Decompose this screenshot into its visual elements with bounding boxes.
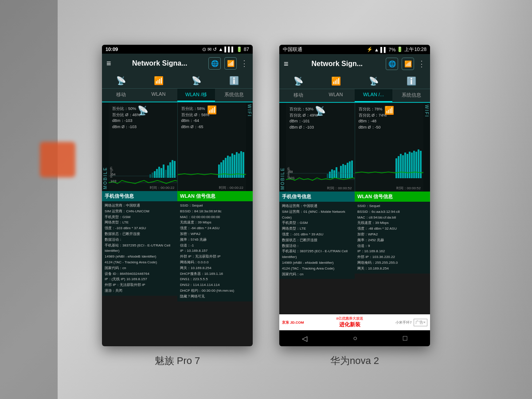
wifi-dbm: dBm：-64 bbox=[181, 118, 210, 124]
phone1-mobile-chart: 📡 百分比：50% 百分比 Ø：46% dBm：-103 dBm Ø：-103 bbox=[109, 102, 178, 191]
phone2-mobile-info-body: 网络运营商：中国联通 SIM 运营商：01 (MNC - Mobile Netw… bbox=[279, 202, 355, 279]
notification-icons: ⊙ ✉ ↺ bbox=[202, 47, 217, 52]
row-network-type: 网络类型：LTE bbox=[105, 220, 175, 226]
mobile-percent: 百分比：50% bbox=[112, 106, 141, 112]
ad-main-text[interactable]: 进化新装 bbox=[339, 321, 360, 329]
row-operator: 网络运营商：中国联通 bbox=[105, 203, 175, 209]
phone1-time: 10:09 bbox=[106, 47, 118, 52]
phone2-status-bar: 中国联通 ⚡ ▲ ▌▌ 7% 🔋 上午10:28 bbox=[279, 45, 430, 54]
p2row-cell: 手机基站：3837295 (ECI - E-UTRAN Cell Identif… bbox=[282, 249, 352, 260]
phone2-mobile-time: 时间：00:00:52 bbox=[327, 186, 352, 191]
p2wrow-ext-ip: 外部 IP：103.36.220.22 bbox=[357, 254, 427, 260]
bg-keyboard bbox=[452, 0, 532, 399]
phone1-info-sections: 手机信号信息 网络运营商：中国联通 SIM 运营商：CHN-UNICOM 手机类… bbox=[102, 191, 253, 346]
wrow-dns2: DNS2：114.114.114.114 bbox=[180, 282, 250, 288]
phone2-tab-wlan-mobile[interactable]: WLAN /... bbox=[355, 89, 392, 102]
phone2-header-icons: 🌐 📶 ⋮ bbox=[386, 58, 426, 70]
chart-val2: 103 bbox=[110, 179, 117, 183]
p2row-data-state: 数据状态：已断开连接 bbox=[282, 238, 352, 243]
ad-source: 京东 JD.COM bbox=[282, 320, 304, 325]
tab-icon-mobile[interactable]: 📡 bbox=[116, 76, 126, 86]
wrow-ext-ip: 外部 IP：无法获取外部 IP bbox=[180, 254, 250, 260]
phone1-wlan-info: WLAN 信号信息 SSID：Sequel BSSID：84:18:3a:06:… bbox=[177, 191, 253, 346]
tab2-icon-mobile-wifi[interactable]: 📡 bbox=[369, 76, 379, 86]
ad-content: 8亿优惠券大放送 进化新装 bbox=[336, 316, 363, 329]
p2row-operator: 网络运营商：中国联通 bbox=[282, 203, 352, 209]
battery-icon: 🔋 bbox=[236, 47, 243, 52]
phone1-wifi-time: 时间：00:00:22 bbox=[219, 185, 243, 190]
globe-icon-btn[interactable]: 🌐 bbox=[208, 57, 221, 70]
signal-icon-btn2[interactable]: 📶 bbox=[402, 58, 414, 70]
phone1-wlan-info-header: WLAN 信号信息 bbox=[177, 191, 253, 201]
phone1-mobile-info: 手机信号信息 网络运营商：中国联通 SIM 运营商：CHN-UNICOM 手机类… bbox=[102, 191, 177, 346]
phone1-tab-wlan[interactable]: WLAN bbox=[140, 89, 177, 102]
battery-level: 87 bbox=[244, 47, 249, 52]
phone2-tab-system[interactable]: 系统信息 bbox=[392, 89, 430, 102]
wrow-ip: IP：10.169.8.157 bbox=[180, 248, 250, 254]
home-btn[interactable]: ○ bbox=[353, 334, 357, 342]
wrow-mac: MAC：02:00:00:00:00:00 bbox=[180, 215, 250, 220]
phone1-mobile-label: MOBILE bbox=[102, 102, 109, 191]
phone2-more-icon[interactable]: ⋮ bbox=[418, 59, 426, 69]
globe-icon-btn2[interactable]: 🌐 bbox=[386, 58, 398, 70]
tab-icon-wifi[interactable]: 📶 bbox=[154, 76, 164, 86]
wifi-percent-avg: 百分比 Ø：56% bbox=[181, 112, 210, 118]
tab2-icon-wifi[interactable]: 📶 bbox=[331, 76, 341, 86]
tab2-icon-info[interactable]: ℹ️ bbox=[407, 76, 416, 86]
back-btn[interactable]: ◁ bbox=[302, 334, 307, 343]
p2-wifi-percent: 百分比：78% bbox=[359, 106, 387, 113]
tab-icon-info[interactable]: ℹ️ bbox=[229, 76, 239, 86]
p2wrow-strength: 强度：-48 dBm * 32 ASU bbox=[357, 226, 427, 232]
row-phone-type: 手机类型：GSM bbox=[105, 215, 175, 220]
phone2-ad-banner: 京东 JD.COM 8亿优惠券大放送 进化新装 小米手环7 广告× bbox=[279, 314, 430, 330]
phone2-tab-icons: 📡 📶 📡 ℹ️ bbox=[279, 74, 430, 89]
phone2-tab-wlan[interactable]: WLAN bbox=[317, 89, 355, 102]
ad-close[interactable]: 广告× bbox=[414, 319, 427, 326]
recent-btn[interactable]: □ bbox=[403, 334, 407, 342]
row-device-id: 设备 ID：864594032446764 bbox=[105, 271, 175, 277]
phone1-menu-icon[interactable]: ≡ bbox=[106, 59, 111, 68]
p2row-14989: 14989 (eNBI - eNodeB Identifier) bbox=[282, 260, 352, 266]
mobile-dbm: dBm：-103 bbox=[112, 118, 141, 124]
wifi-percent: 百分比：58% bbox=[181, 106, 210, 112]
tab2-icon-mobile[interactable]: 📡 bbox=[293, 76, 303, 86]
phone1-tab-wlan-mobile[interactable]: WLAN /移 bbox=[177, 89, 215, 102]
wrow-hidden: 隐藏？网络可见 bbox=[180, 294, 250, 300]
ad-right: 小米手环7 广告× bbox=[395, 319, 427, 326]
signal-icon-btn[interactable]: 📶 bbox=[224, 57, 237, 70]
phone1-wifi-label: WIFI bbox=[246, 102, 253, 191]
p2row-strength: 强度：-101 dBm * 39 ASU bbox=[282, 232, 352, 238]
phone2-menu-icon[interactable]: ≡ bbox=[284, 59, 289, 69]
row-14989: 14989 (eNBI - eNodeB Identifier) bbox=[105, 254, 175, 260]
phone2-nav-tabs: 移动 WLAN WLAN /... 系统信息 bbox=[279, 89, 430, 103]
p2wrow-bssid: BSSID：6c:aa:b3:12:94:c8 bbox=[357, 209, 427, 215]
tab-icon-mobile-wifi[interactable]: 📡 bbox=[192, 76, 201, 86]
p2row-4124: 4124 (TAC - Tracking Area Code) bbox=[282, 266, 352, 272]
mobile-percent-avg: 百分比 Ø：46% bbox=[112, 112, 141, 118]
phone2-info-sections: 手机信号信息 网络运营商：中国联通 SIM 运营商：01 (MNC - Mobi… bbox=[279, 192, 430, 314]
phone1-tab-system[interactable]: 系统信息 bbox=[215, 89, 253, 102]
phone2-wrapper: 中国联通 ⚡ ▲ ▌▌ 7% 🔋 上午10:28 ≡ Network Sign.… bbox=[279, 45, 430, 368]
phone2-status-icons: ⚡ ▲ ▌▌ 7% 🔋 上午10:28 bbox=[367, 46, 426, 53]
p2wrow-gateway: 网关：10.169.8.254 bbox=[357, 266, 427, 272]
phone1-tab-mobile[interactable]: 移动 bbox=[102, 89, 140, 102]
ad-secondary: 小米手环7 bbox=[395, 320, 411, 325]
phone2-tab-mobile[interactable]: 移动 bbox=[279, 89, 317, 102]
wrow-bssid: BSSID：84:18:3a:06:bf:8c bbox=[180, 209, 250, 215]
p2wrow-channel: 信道：9 bbox=[357, 243, 427, 249]
phone1-more-icon[interactable]: ⋮ bbox=[240, 59, 248, 68]
row-ext-ip: 外部 IP：无法获取外部 IP bbox=[105, 282, 175, 288]
battery-icon2: 🔋 bbox=[397, 47, 403, 52]
phone1-tab-icons: 📡 📶 📡 ℹ️ bbox=[102, 73, 253, 89]
phone2-wifi-label: WIFI bbox=[423, 103, 430, 192]
phone1-status-bar: 10:09 ⊙ ✉ ↺ ▲ ▌▌▌ 🔋 87 bbox=[102, 45, 253, 54]
wrow-dhcp-server: DHCP服务器：10.169.1.16 bbox=[180, 271, 250, 277]
chart-strength-label2: strength bbox=[287, 167, 290, 178]
phone2-mobile-label: MOBILE bbox=[279, 103, 286, 192]
wrow-speed: 无线速度：39 Mbps bbox=[180, 220, 250, 226]
row-country: 国家代码：cn bbox=[105, 266, 175, 271]
p2-mobile-dbm: dBm：-101 bbox=[289, 118, 318, 125]
p2-mobile-dbm-avg: dBm Ø：-103 bbox=[289, 125, 318, 131]
p2-mobile-percent: 百分比：53% bbox=[289, 106, 318, 113]
phone2-time: 上午10:28 bbox=[404, 46, 426, 53]
